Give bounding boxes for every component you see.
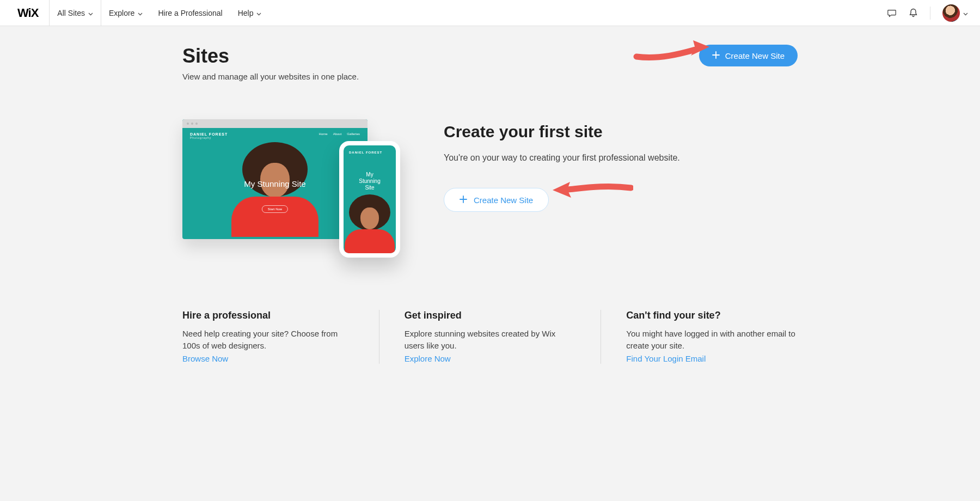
- account-menu[interactable]: [942, 4, 968, 22]
- card-find-site: Can't find your site? You might have log…: [601, 310, 798, 364]
- hero-illustration: DANIEL FOREST Photography Home About Gal…: [182, 119, 400, 250]
- mock-tag: Photography: [190, 136, 228, 139]
- phone-mock: DANIEL FOREST My Stunning Site: [339, 141, 400, 258]
- chevron-down-icon: [256, 9, 261, 17]
- mock-brand: DANIEL FOREST: [190, 132, 228, 136]
- create-new-site-button[interactable]: Create New Site: [699, 45, 798, 66]
- chat-icon[interactable]: [887, 8, 897, 18]
- nav-help[interactable]: Help: [230, 0, 270, 26]
- card-body: Need help creating your site? Choose fro…: [182, 328, 354, 352]
- find-login-link[interactable]: Find Your Login Email: [626, 354, 706, 363]
- mock-menu-item: Galleries: [347, 132, 360, 139]
- nav-hire-pro[interactable]: Hire a Professional: [150, 0, 230, 26]
- top-nav-left: WiX All Sites Explore Hire a Professiona…: [7, 0, 269, 26]
- cards: Hire a professional Need help creating y…: [182, 310, 798, 364]
- divider: [930, 7, 930, 20]
- hero-copy: Create your first site You're on your wa…: [444, 119, 798, 250]
- browse-now-link[interactable]: Browse Now: [182, 354, 228, 363]
- avatar: [942, 4, 960, 22]
- page: Sites View and manage all your websites …: [182, 26, 798, 364]
- hero-title: Create your first site: [444, 123, 798, 141]
- page-header: Sites View and manage all your websites …: [182, 45, 798, 81]
- page-title: Sites: [182, 45, 359, 68]
- nav-label: All Sites: [57, 9, 85, 17]
- chevron-down-icon: [138, 9, 143, 17]
- top-nav-right: [887, 4, 973, 22]
- chevron-down-icon: [963, 8, 968, 18]
- nav-all-sites[interactable]: All Sites: [50, 0, 101, 26]
- mock-brand: DANIEL FOREST: [349, 151, 390, 154]
- plus-icon: [460, 195, 467, 205]
- hero: DANIEL FOREST Photography Home About Gal…: [182, 119, 798, 250]
- bell-icon[interactable]: [909, 8, 918, 18]
- card-body: Explore stunning websites created by Wix…: [405, 328, 576, 352]
- explore-now-link[interactable]: Explore Now: [405, 354, 451, 363]
- mock-title: My Stunning Site: [344, 172, 396, 191]
- card-title: Hire a professional: [182, 310, 354, 321]
- create-new-site-button-secondary[interactable]: Create New Site: [444, 188, 549, 212]
- mock-menu-item: About: [333, 132, 342, 139]
- nav-label: Hire a Professional: [158, 9, 222, 17]
- page-subtitle: View and manage all your websites in one…: [182, 72, 359, 81]
- chevron-down-icon: [88, 9, 93, 17]
- card-title: Can't find your site?: [626, 310, 798, 321]
- nav-explore[interactable]: Explore: [101, 0, 150, 26]
- nav-label: Help: [238, 9, 254, 17]
- mock-button: Start Now: [262, 205, 288, 213]
- card-hire-pro: Hire a professional Need help creating y…: [182, 310, 379, 364]
- card-title: Get inspired: [405, 310, 576, 321]
- button-label: Create New Site: [725, 51, 785, 60]
- wix-logo[interactable]: WiX: [7, 0, 50, 26]
- top-nav: WiX All Sites Explore Hire a Professiona…: [0, 0, 980, 26]
- plus-icon: [712, 51, 720, 60]
- button-label: Create New Site: [474, 195, 533, 205]
- card-body: You might have logged in with another em…: [626, 328, 798, 352]
- card-get-inspired: Get inspired Explore stunning websites c…: [379, 310, 601, 364]
- hero-sub: You're on your way to creating your firs…: [444, 153, 798, 163]
- annotation-arrow-icon: [552, 177, 633, 201]
- nav-label: Explore: [109, 9, 134, 17]
